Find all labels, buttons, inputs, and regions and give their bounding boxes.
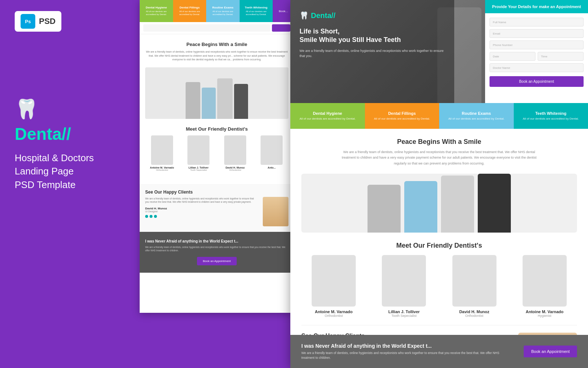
small-dentist-avatar-1	[187, 135, 209, 165]
small-dark-section: I was Never Afraid of anything in the Wo…	[140, 232, 294, 273]
nav-dental-fillings[interactable]: Dental Fillings All of our dentists are …	[173, 0, 207, 22]
dot-3	[154, 215, 157, 218]
preview-large: 🦷 Denta// Life is Short, Smile While you…	[290, 0, 588, 368]
small-happy-title: See Our Happy Clients	[145, 190, 288, 195]
small-dentist-avatar-3	[261, 135, 283, 165]
large-avatar-3	[523, 255, 567, 307]
doctor-input[interactable]: Doctor Name	[490, 63, 584, 72]
small-pagination-dots	[145, 215, 255, 218]
appt-form-body: Full Name Email Phone Number Date Time	[485, 13, 588, 91]
doctor-fig-1	[368, 185, 401, 233]
large-hero: 🦷 Denta// Life is Short, Smile While you…	[290, 0, 588, 103]
small-dentist-role-2: Orthodontist	[218, 169, 252, 171]
large-main-content: Peace Begins With a Smile We are a frien…	[290, 129, 588, 368]
large-book-btn[interactable]: Book an Appointment	[524, 346, 577, 357]
full-name-input[interactable]: Full Name	[490, 18, 584, 26]
small-dentist-role-1: Tooth Sepecialist	[182, 169, 216, 171]
large-hero-title: Life is Short, Smile While you Still Hav…	[300, 27, 445, 45]
tab-teeth-whitening[interactable]: Teeth Whitening All of our dentists are …	[514, 103, 588, 129]
large-dentist-role-0: Orthodontist	[301, 314, 366, 318]
phone-input[interactable]: Phone Number	[490, 40, 584, 49]
large-brand-text: Denta//	[311, 11, 336, 20]
small-client-name: David H. Munoz	[145, 207, 255, 210]
large-dentist-name-2: David H. Munoz	[442, 309, 507, 314]
small-peace-text: We are a friendly team of dentists, onli…	[145, 50, 288, 62]
appt-form-header: Provide Your Details for make an Appoint…	[485, 0, 588, 13]
appt-book-button[interactable]: Book an Appointment	[490, 76, 584, 87]
large-brand: 🦷 Denta//	[300, 11, 445, 20]
small-dentist-avatar-0	[151, 135, 173, 165]
dot-2	[150, 215, 153, 218]
large-dentist-0: Antoine M. Varnado Orthodontist	[301, 255, 366, 318]
small-happy-text: We are a friendly team of dentists, onli…	[145, 197, 255, 204]
small-nav: Dental Hygiene All of our dentists are a…	[140, 0, 294, 22]
tab-routine-exams[interactable]: Routine Exams All of our dentists are ac…	[439, 103, 514, 129]
large-dark-subtitle: We are a friendly team of dentists, onli…	[301, 351, 513, 360]
small-dentist-name-3: Anto...	[255, 166, 289, 169]
small-client-role: UI Designer	[145, 210, 255, 213]
ps-badge: Ps PSD	[15, 11, 61, 32]
tooth-icon: 🦷	[15, 98, 39, 120]
nav-teeth-whitening[interactable]: Teeth Whitening All of our dentists are …	[240, 0, 273, 22]
ps-label: PSD	[39, 17, 55, 26]
brand-subtitle: Hospital & Doctors Landing Page PSD Temp…	[15, 151, 94, 191]
small-dark-text: We are a friendly team of dentists, onli…	[145, 245, 288, 253]
small-search-btn[interactable]	[272, 24, 290, 32]
dot-1	[145, 215, 148, 218]
appointment-form: Provide Your Details for make an Appoint…	[485, 0, 588, 103]
doctor-fig-4	[478, 174, 511, 233]
large-dentist-2: David H. Munoz Orthodontist	[442, 255, 507, 318]
service-tabs: Dental Hygiene All of our dentists are a…	[290, 103, 588, 129]
email-input[interactable]: Email	[490, 29, 584, 38]
large-dentist-name-3: Antoine M. Varnado	[512, 309, 577, 314]
date-time-row: Date Time	[490, 52, 584, 61]
large-dentist-3: Antoine M. Varnado Hygienist	[512, 255, 577, 318]
small-dentist-3: Anto...	[255, 135, 289, 171]
large-dark-title: I was Never Afraid of anything in the Wo…	[301, 343, 513, 349]
ps-icon: Ps	[21, 14, 35, 29]
large-dark-section: I was Never Afraid of anything in the Wo…	[290, 335, 588, 368]
large-avatar-0	[312, 255, 356, 307]
nav-dental-hygiene[interactable]: Dental Hygiene All of our dentists are a…	[140, 0, 173, 22]
meet-dentists-section: Meet Our Friendly Dentist's Antoine M. V…	[301, 242, 577, 318]
tab-dental-fillings[interactable]: Dental Fillings All of our dentists are …	[365, 103, 440, 129]
meet-dentists-title: Meet Our Friendly Dentist's	[301, 242, 577, 250]
small-dentists-row: Antoine M. Varnado Orthodontist Lillian …	[145, 135, 288, 171]
small-happy-section: See Our Happy Clients We are a friendly …	[140, 184, 294, 232]
tab-dental-hygiene[interactable]: Dental Hygiene All of our dentists are a…	[290, 103, 365, 129]
small-input-area	[140, 22, 294, 34]
left-panel: Ps PSD 🦷 Denta// Hospital & Doctors Land…	[0, 0, 140, 368]
large-dentist-name-1: Lillian J. Tolliver	[372, 309, 436, 314]
large-dark-text: I was Never Afraid of anything in the Wo…	[301, 343, 513, 360]
small-peace-section: Peace Begins With a Smile We are a frien…	[140, 34, 294, 182]
small-dentist-name-0: Antoine M. Varnado	[145, 166, 179, 169]
small-dentist-avatar-2	[224, 135, 246, 165]
small-meet-title: Meet Our Friendly Dentist's	[145, 126, 288, 132]
peace-title: Peace Begins With a Smile	[301, 138, 577, 146]
large-dentists-row: Antoine M. Varnado Orthodontist Lillian …	[301, 255, 577, 318]
small-dentist-name-1: Lillian J. Tolliver	[182, 166, 216, 169]
time-input[interactable]: Time	[538, 52, 584, 61]
large-avatar-1	[382, 255, 426, 307]
large-dentist-role-1: Tooth Sepecialist	[372, 314, 436, 318]
doctor-fig-2	[404, 181, 437, 233]
small-dentist-role-0: Orthodontist	[145, 169, 179, 171]
large-avatar-2	[452, 255, 496, 307]
small-book-btn[interactable]: Book an Appointment	[197, 257, 237, 265]
nav-routine-exams[interactable]: Routine Exams All of our dentists are ac…	[206, 0, 240, 22]
large-tooth-icon: 🦷	[300, 11, 309, 20]
small-dentist-0: Antoine M. Varnado Orthodontist	[145, 135, 179, 171]
brand-name: Denta//	[15, 124, 71, 144]
doctor-fig-3	[441, 176, 474, 233]
large-hero-overlay: 🦷 Denta// Life is Short, Smile While you…	[290, 0, 454, 103]
small-search-input[interactable]	[143, 24, 270, 32]
small-happy-image	[263, 197, 288, 226]
large-dentist-role-2: Orthodontist	[442, 314, 507, 318]
date-input[interactable]: Date	[490, 52, 535, 61]
small-peace-title: Peace Begins With a Smile	[145, 42, 288, 47]
large-dentist-1: Lillian J. Tolliver Tooth Sepecialist	[372, 255, 436, 318]
large-dentist-name-0: Antoine M. Varnado	[301, 309, 366, 314]
small-dentist-1: Lillian J. Tolliver Tooth Sepecialist	[182, 135, 216, 171]
small-dark-title: I was Never Afraid of anything in the Wo…	[145, 239, 238, 243]
preview-small: Dental Hygiene All of our dentists are a…	[140, 0, 294, 313]
